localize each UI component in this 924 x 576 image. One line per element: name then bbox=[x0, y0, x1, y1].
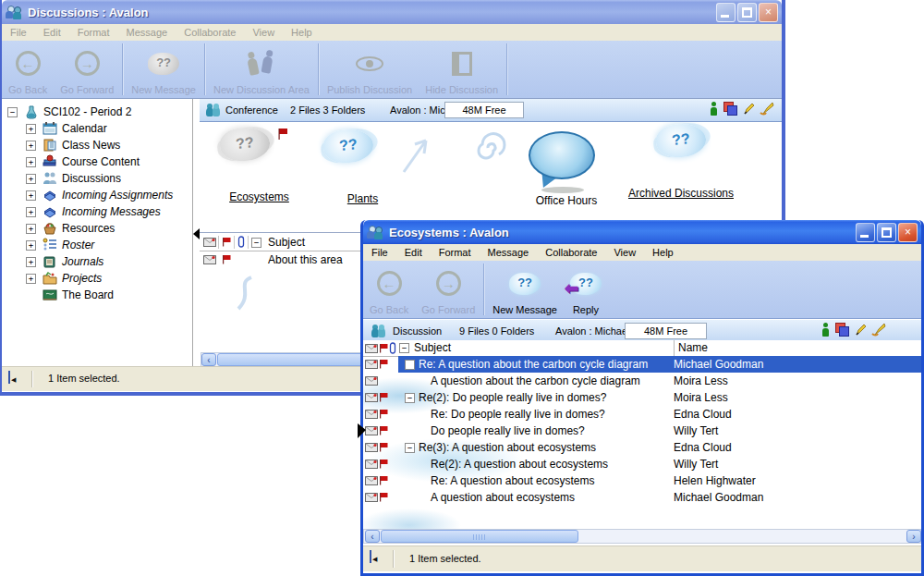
menu-item-help[interactable]: Help bbox=[644, 247, 682, 258]
scrollbar-thumb[interactable] bbox=[381, 530, 578, 543]
tree-item-journals[interactable]: +Journals bbox=[2, 253, 192, 270]
message-row[interactable]: Do people really live in domes?Willy Ter… bbox=[363, 423, 921, 439]
go-forward-button[interactable]: → Go Forward bbox=[54, 41, 120, 98]
pane-toggle-icon[interactable]: ◀ bbox=[8, 371, 10, 384]
tree-item-incoming-assignments[interactable]: +Incoming Assignments bbox=[2, 187, 192, 203]
menu-item-file[interactable]: File bbox=[363, 247, 396, 258]
menu-item-edit[interactable]: Edit bbox=[396, 247, 431, 258]
scroll-right-button[interactable]: › bbox=[906, 530, 921, 543]
collapse-all-box[interactable]: − bbox=[399, 343, 409, 353]
plus-box[interactable]: + bbox=[26, 207, 36, 217]
plus-box[interactable]: + bbox=[26, 240, 36, 251]
message-row[interactable]: −Re(2): Do people really live in domes?M… bbox=[363, 389, 921, 406]
envelope-icon bbox=[365, 492, 378, 505]
plus-box[interactable]: + bbox=[26, 224, 36, 234]
conference-item-office-hours[interactable]: Office Hours bbox=[525, 131, 608, 207]
conference-item-label[interactable]: Ecosystems bbox=[220, 190, 298, 203]
menu-item-collaborate[interactable]: Collaborate bbox=[176, 27, 244, 38]
tree-item-incoming-messages[interactable]: +Incoming Messages bbox=[2, 203, 192, 220]
tree-item-the-board[interactable]: The Board bbox=[2, 287, 192, 303]
tree-item-discussions[interactable]: +Discussions bbox=[2, 170, 192, 187]
pencil-icon[interactable] bbox=[743, 102, 754, 116]
message-row[interactable]: Re: Do people really live in domes?Edna … bbox=[363, 406, 921, 423]
hide-discussion-button[interactable]: Hide Discussion bbox=[419, 41, 505, 98]
tree-item-projects[interactable]: +Projects bbox=[2, 270, 192, 287]
tree-item-roster[interactable]: +Roster bbox=[2, 237, 192, 253]
publish-discussion-button[interactable]: Publish Discussion bbox=[321, 41, 419, 98]
plus-box[interactable]: + bbox=[26, 274, 36, 284]
subject-column-header[interactable]: Subject bbox=[268, 236, 305, 249]
go-back-button[interactable]: ← Go Back bbox=[2, 41, 54, 98]
menu-item-file[interactable]: File bbox=[2, 27, 35, 38]
pane-toggle-icon[interactable]: ◀ bbox=[370, 550, 371, 563]
layers-icon[interactable] bbox=[723, 102, 737, 116]
new-discussion-area-label: New Discussion Area bbox=[213, 84, 310, 95]
menu-item-view[interactable]: View bbox=[605, 247, 644, 258]
menu-item-view[interactable]: View bbox=[244, 27, 283, 38]
subject-column-header[interactable]: Subject bbox=[414, 341, 451, 354]
menu-item-message[interactable]: Message bbox=[118, 27, 176, 38]
plus-box[interactable]: + bbox=[26, 157, 36, 167]
message-row[interactable]: −Re: A question about the carbon cycle d… bbox=[363, 356, 921, 373]
go-forward-button[interactable]: → Go Forward bbox=[415, 261, 481, 318]
conference-item-plants[interactable]: ?? Plants bbox=[323, 129, 402, 205]
minus-box[interactable]: − bbox=[7, 107, 18, 117]
go-back-button[interactable]: ← Go Back bbox=[363, 261, 415, 318]
minimize-button[interactable] bbox=[856, 223, 875, 242]
menu-item-format[interactable]: Format bbox=[431, 247, 480, 258]
message-list-header[interactable]: − Subject Name bbox=[363, 340, 921, 357]
presence-icon[interactable] bbox=[821, 323, 830, 337]
plus-box[interactable]: + bbox=[26, 190, 36, 201]
message-row[interactable]: A question about ecosystemsMichael Goodm… bbox=[363, 489, 921, 506]
tree-item-sci102-period-2[interactable]: −SCI102 - Period 2 bbox=[2, 104, 192, 120]
splitter-collapse-arrow-icon[interactable] bbox=[193, 228, 200, 239]
plus-box[interactable]: + bbox=[26, 124, 36, 134]
menu-item-edit[interactable]: Edit bbox=[35, 27, 69, 38]
tree-item-resources[interactable]: +Resources bbox=[2, 220, 192, 237]
minimize-button[interactable] bbox=[716, 3, 736, 22]
new-discussion-area-button[interactable]: New Discussion Area bbox=[207, 41, 316, 98]
message-row[interactable]: Re: A question about ecosystemsHelen Hig… bbox=[363, 472, 921, 489]
plus-box[interactable]: + bbox=[26, 141, 36, 151]
message-row[interactable]: A question about the carbon cycle diagra… bbox=[363, 373, 921, 389]
message-subject: Re: Do people really live in domes? bbox=[431, 408, 605, 421]
conference-item-archived-discussions[interactable]: ?? Archived Discussions bbox=[612, 124, 750, 200]
menu-item-message[interactable]: Message bbox=[480, 247, 538, 258]
new-message-button[interactable]: ?? New Message bbox=[486, 261, 564, 318]
minus-box[interactable]: − bbox=[405, 393, 415, 403]
presence-icon[interactable] bbox=[710, 102, 718, 116]
scroll-left-button[interactable]: ‹ bbox=[365, 530, 380, 543]
layers-icon[interactable] bbox=[835, 323, 849, 337]
message-list-hscrollbar[interactable]: ‹ › bbox=[363, 529, 921, 544]
toolbar-separator bbox=[122, 43, 123, 95]
tree-item-calendar[interactable]: +Calendar bbox=[2, 120, 192, 137]
pencil-icon[interactable] bbox=[855, 323, 866, 337]
tree-item-class-news[interactable]: +Class News bbox=[2, 137, 192, 153]
menu-item-format[interactable]: Format bbox=[69, 27, 118, 38]
maximize-button[interactable] bbox=[737, 3, 757, 22]
plus-box[interactable]: + bbox=[26, 174, 36, 184]
tree-splitter[interactable] bbox=[193, 99, 200, 367]
signature-pen-icon[interactable] bbox=[871, 323, 886, 337]
plus-box[interactable]: + bbox=[26, 257, 36, 267]
reply-button[interactable]: ??⬅ Reply bbox=[564, 261, 608, 318]
scroll-left-button[interactable]: ‹ bbox=[201, 353, 216, 366]
close-button[interactable]: × bbox=[759, 3, 778, 22]
tree-item-course-content[interactable]: +Course Content bbox=[2, 153, 192, 170]
menu-item-help[interactable]: Help bbox=[283, 27, 321, 38]
message-row[interactable]: Re(2): A question about ecosystemsWilly … bbox=[363, 456, 921, 472]
conference-item-label[interactable]: Archived Discussions bbox=[612, 187, 750, 200]
collapse-all-box[interactable]: − bbox=[251, 238, 261, 248]
minus-box[interactable]: − bbox=[405, 360, 415, 370]
maximize-button[interactable] bbox=[877, 223, 896, 242]
signature-pen-icon[interactable] bbox=[760, 102, 774, 116]
menu-item-collaborate[interactable]: Collaborate bbox=[537, 247, 605, 258]
conference-item-ecosystems[interactable]: ?? Ecosystems bbox=[220, 128, 298, 203]
name-column-header[interactable]: Name bbox=[678, 341, 708, 354]
minus-box[interactable]: − bbox=[405, 443, 415, 453]
close-button[interactable]: × bbox=[898, 223, 918, 242]
conference-item-label[interactable]: Office Hours bbox=[525, 194, 608, 207]
new-message-button[interactable]: ?? New Message bbox=[125, 41, 202, 98]
conference-item-label[interactable]: Plants bbox=[323, 192, 402, 205]
message-row[interactable]: −Re(3): A question about ecosystemsEdna … bbox=[363, 439, 921, 456]
